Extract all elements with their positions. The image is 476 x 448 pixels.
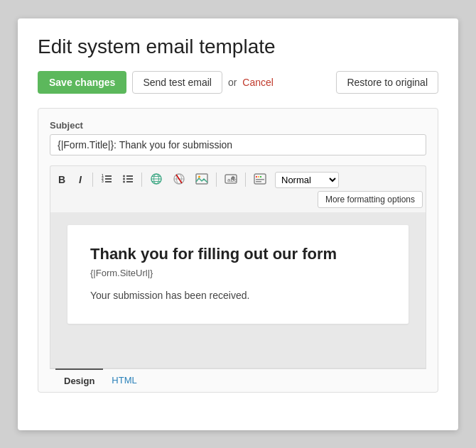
- svg-point-27: [256, 176, 257, 177]
- unlink-button[interactable]: [168, 170, 190, 190]
- more-formatting-options-button[interactable]: More formatting options: [318, 191, 423, 208]
- main-card: Edit system email template Save changes …: [18, 18, 458, 430]
- svg-rect-6: [126, 175, 133, 177]
- link-button[interactable]: [146, 170, 167, 190]
- email-heading: Thank you for filling out our form: [90, 245, 386, 263]
- editor-tabs: Design HTML: [50, 368, 426, 392]
- action-toolbar: Save changes Send test email or Cancel R…: [38, 71, 438, 94]
- svg-rect-31: [256, 181, 261, 182]
- svg-rect-7: [126, 178, 133, 180]
- svg-point-28: [258, 176, 259, 177]
- email-preview: Thank you for filling out our form {|For…: [67, 225, 409, 324]
- tab-html[interactable]: HTML: [103, 369, 145, 392]
- svg-rect-2: [105, 181, 112, 182]
- restore-to-original-button[interactable]: Restore to original: [336, 71, 438, 94]
- toolbar-separator-3: [216, 173, 217, 187]
- bold-button[interactable]: B: [53, 172, 70, 187]
- merge-tags-icon: abc ⊕: [225, 173, 237, 185]
- svg-point-29: [260, 176, 261, 177]
- send-test-email-button[interactable]: Send test email: [132, 71, 222, 94]
- ordered-list-button[interactable]: 1 2 3: [97, 171, 117, 189]
- unordered-list-button[interactable]: [118, 171, 138, 189]
- unordered-list-icon: [122, 173, 134, 185]
- source-button[interactable]: [249, 170, 271, 190]
- svg-point-11: [123, 180, 125, 182]
- email-body-text: Your submission has been received.: [90, 290, 386, 301]
- svg-point-9: [123, 175, 125, 177]
- svg-rect-8: [126, 181, 133, 182]
- ordered-list-icon: 1 2 3: [101, 173, 112, 185]
- toolbar-separator-2: [141, 173, 142, 187]
- save-changes-button[interactable]: Save changes: [38, 71, 126, 94]
- merge-tags-button[interactable]: abc ⊕: [220, 170, 242, 190]
- svg-text:3: 3: [102, 179, 104, 183]
- svg-rect-30: [256, 179, 264, 180]
- toolbar-separator-4: [245, 173, 246, 187]
- cancel-button[interactable]: Cancel: [242, 77, 274, 88]
- svg-text:⊕: ⊕: [231, 175, 235, 180]
- subject-input[interactable]: [50, 134, 426, 155]
- or-text: or: [228, 77, 237, 88]
- page-title: Edit system email template: [38, 35, 438, 58]
- svg-rect-1: [105, 178, 112, 180]
- format-select[interactable]: Normal Heading 1 Heading 2 Heading 3: [275, 172, 339, 188]
- svg-point-22: [198, 175, 200, 177]
- link-icon: [150, 173, 163, 185]
- source-icon: [254, 173, 266, 185]
- svg-rect-0: [105, 175, 112, 177]
- italic-button[interactable]: I: [72, 172, 89, 187]
- toolbar-separator-1: [92, 173, 93, 187]
- tab-design[interactable]: Design: [55, 368, 103, 392]
- email-site-url: {|Form.SiteUrl|}: [90, 268, 386, 278]
- image-icon: [195, 173, 208, 185]
- image-button[interactable]: [191, 171, 212, 189]
- editor-area: Thank you for filling out our form {|For…: [50, 212, 426, 368]
- subject-label: Subject: [50, 120, 426, 131]
- editor-toolbar: B I 1 2 3: [50, 165, 426, 212]
- unlink-icon: [173, 173, 185, 185]
- svg-point-10: [123, 177, 125, 180]
- email-template-form: Subject B I 1 2 3: [38, 108, 438, 393]
